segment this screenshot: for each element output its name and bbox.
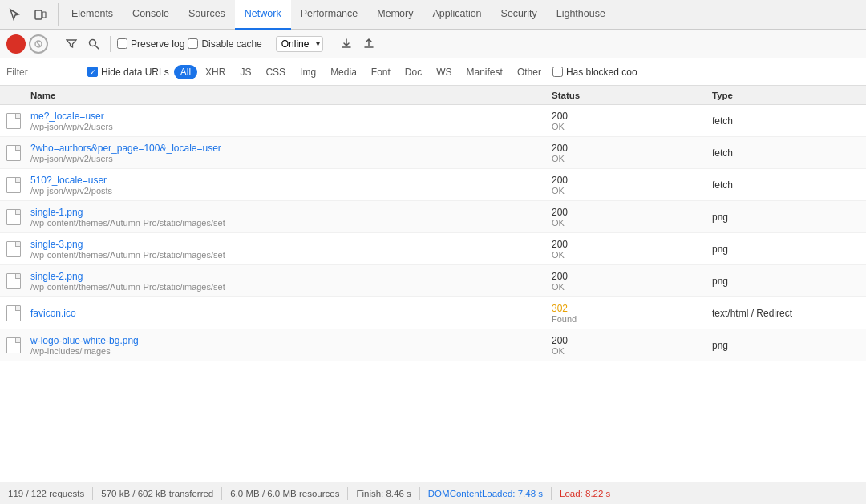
filter-icon[interactable]	[62, 34, 81, 54]
row-status-cell: 200 OK	[545, 137, 706, 168]
filter-pill-font[interactable]: Font	[365, 65, 397, 79]
table-body: me?_locale=user /wp-json/wp/v2/users 200…	[0, 105, 866, 482]
svg-rect-0	[35, 10, 42, 19]
disable-cache-checkbox[interactable]: Disable cache	[188, 38, 261, 50]
row-name-cell: single-1.png /wp-content/themes/Autumn-P…	[24, 201, 545, 232]
row-name-cell: 510?_locale=user /wp-json/wp/v2/posts	[24, 169, 545, 200]
filter-pill-css[interactable]: CSS	[259, 65, 292, 79]
filter-pill-manifest[interactable]: Manifest	[460, 65, 509, 79]
table-row[interactable]: me?_locale=user /wp-json/wp/v2/users 200…	[0, 105, 866, 137]
col-header-status[interactable]: Status	[545, 91, 706, 100]
row-status-code: 200	[552, 111, 699, 122]
row-status-text: OK	[552, 282, 699, 292]
import-icon[interactable]	[337, 34, 356, 54]
cursor-icon[interactable]	[3, 3, 26, 26]
row-name-primary: single-1.png	[30, 207, 539, 218]
row-file-icon	[0, 169, 24, 200]
row-name-cell: w-logo-blue-white-bg.png /wp-includes/im…	[24, 329, 545, 361]
row-status-text: OK	[552, 122, 699, 131]
row-status-cell: 302 Found	[545, 297, 706, 329]
row-type-cell: text/html / Redirect	[706, 297, 866, 329]
filter-pill-all[interactable]: All	[174, 65, 197, 79]
row-name-secondary: /wp-json/wp/v2/posts	[30, 186, 539, 196]
filter-pill-media[interactable]: Media	[324, 65, 363, 79]
table-row[interactable]: single-1.png /wp-content/themes/Autumn-P…	[0, 201, 866, 233]
row-status-cell: 200 OK	[545, 169, 706, 200]
row-status-text: Found	[552, 314, 699, 324]
row-status-code: 200	[552, 335, 699, 346]
export-icon[interactable]	[359, 34, 378, 54]
col-header-type[interactable]: Type	[706, 91, 866, 100]
filter-pill-img[interactable]: Img	[293, 65, 322, 79]
row-type-cell: fetch	[706, 105, 866, 136]
table-row[interactable]: 510?_locale=user /wp-json/wp/v2/posts 20…	[0, 169, 866, 201]
row-name-primary: 510?_locale=user	[30, 175, 539, 186]
filter-pill-other[interactable]: Other	[511, 65, 548, 79]
row-type-cell: png	[706, 233, 866, 264]
network-toolbar: Preserve log Disable cache Online	[0, 30, 866, 58]
row-status-cell: 200 OK	[545, 233, 706, 264]
row-name-primary: favicon.ico	[30, 308, 539, 319]
filter-pill-doc[interactable]: Doc	[399, 65, 428, 79]
row-type-cell: png	[706, 265, 866, 296]
tab-network[interactable]: Network	[235, 0, 291, 30]
filter-input[interactable]	[6, 67, 71, 78]
row-status-cell: 200 OK	[545, 105, 706, 136]
tab-application[interactable]: Application	[423, 0, 491, 30]
tab-performance[interactable]: Performance	[291, 0, 368, 30]
row-name-cell: ?who=authors&per_page=100&_locale=user /…	[24, 137, 545, 168]
row-type-cell: png	[706, 329, 866, 361]
row-status-code: 200	[552, 175, 699, 186]
tab-lighthouse[interactable]: Lighthouse	[547, 0, 615, 30]
col-header-name[interactable]: Name	[24, 91, 545, 100]
row-name-secondary: /wp-content/themes/Autumn-Pro/static/ima…	[30, 282, 539, 292]
svg-line-5	[95, 45, 99, 49]
row-name-primary: w-logo-blue-white-bg.png	[30, 335, 539, 346]
row-file-icon	[0, 297, 24, 329]
filter-pill-ws[interactable]: WS	[430, 65, 458, 79]
row-status-code: 200	[552, 271, 699, 282]
row-file-icon	[0, 265, 24, 296]
table-row[interactable]: single-3.png /wp-content/themes/Autumn-P…	[0, 233, 866, 265]
filter-pill-xhr[interactable]: XHR	[199, 65, 232, 79]
row-name-secondary: /wp-content/themes/Autumn-Pro/static/ima…	[30, 218, 539, 228]
row-status-text: OK	[552, 154, 699, 163]
row-name-cell: me?_locale=user /wp-json/wp/v2/users	[24, 105, 545, 136]
table-row[interactable]: single-2.png /wp-content/themes/Autumn-P…	[0, 265, 866, 297]
tab-elements[interactable]: Elements	[62, 0, 123, 30]
row-name-secondary: /wp-json/wp/v2/users	[30, 154, 539, 163]
network-throttle-select[interactable]: Online	[276, 36, 323, 52]
stop-button[interactable]	[29, 34, 48, 54]
row-name-secondary: /wp-content/themes/Autumn-Pro/static/ima…	[30, 250, 539, 260]
row-file-icon	[0, 233, 24, 264]
row-name-primary: single-2.png	[30, 271, 539, 282]
svg-rect-1	[42, 12, 46, 18]
row-type-cell: png	[706, 201, 866, 232]
row-file-icon	[0, 201, 24, 232]
row-name-cell: single-3.png /wp-content/themes/Autumn-P…	[24, 233, 545, 264]
row-name-cell: single-2.png /wp-content/themes/Autumn-P…	[24, 265, 545, 296]
table-row[interactable]: w-logo-blue-white-bg.png /wp-includes/im…	[0, 329, 866, 361]
device-icon[interactable]	[29, 3, 51, 26]
row-name-primary: single-3.png	[30, 239, 539, 250]
search-icon[interactable]	[84, 34, 103, 54]
tab-memory[interactable]: Memory	[367, 0, 423, 30]
table-header: Name Status Type	[0, 86, 866, 105]
svg-line-3	[37, 42, 40, 46]
filter-pill-js[interactable]: JS	[233, 65, 257, 79]
tab-sources[interactable]: Sources	[179, 0, 235, 30]
preserve-log-checkbox[interactable]: Preserve log	[117, 38, 184, 50]
tab-bar: ElementsConsoleSourcesNetworkPerformance…	[0, 0, 866, 30]
table-row[interactable]: ?who=authors&per_page=100&_locale=user /…	[0, 137, 866, 169]
hide-data-urls-checkbox[interactable]: ✓ Hide data URLs	[87, 67, 169, 78]
has-blocked-checkbox[interactable]: Has blocked coo	[552, 67, 637, 78]
tab-security[interactable]: Security	[492, 0, 547, 30]
row-type-cell: fetch	[706, 137, 866, 168]
row-type-cell: fetch	[706, 169, 866, 200]
row-file-icon	[0, 137, 24, 168]
row-status-text: OK	[552, 218, 699, 228]
record-button[interactable]	[6, 34, 26, 54]
tab-console[interactable]: Console	[123, 0, 179, 30]
row-status-code: 200	[552, 207, 699, 218]
table-row[interactable]: favicon.ico 302 Found text/html / Redire…	[0, 297, 866, 329]
